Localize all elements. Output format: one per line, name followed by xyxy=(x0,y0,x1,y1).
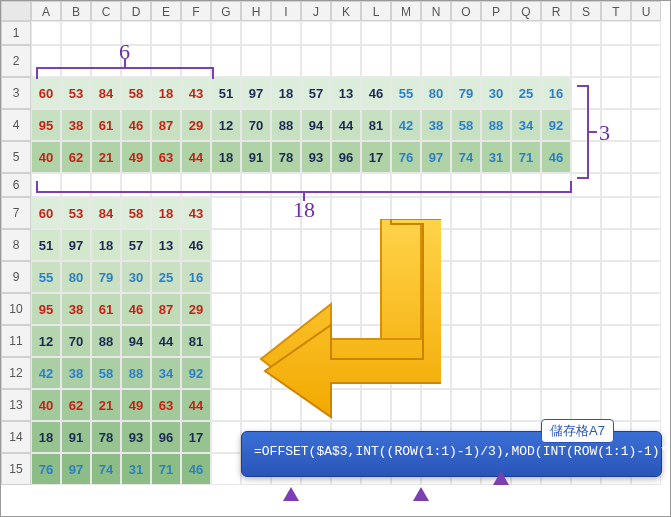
cell[interactable]: 61 xyxy=(91,109,121,141)
cell[interactable] xyxy=(271,357,301,389)
cell[interactable] xyxy=(391,293,421,325)
cell[interactable] xyxy=(331,389,361,421)
cell[interactable] xyxy=(571,325,601,357)
col-header[interactable]: P xyxy=(481,1,511,21)
cell[interactable] xyxy=(511,293,541,325)
col-header[interactable]: U xyxy=(631,1,661,21)
cell[interactable] xyxy=(421,325,451,357)
cell[interactable] xyxy=(241,357,271,389)
col-header[interactable]: B xyxy=(61,1,91,21)
cell[interactable] xyxy=(331,21,361,45)
cell[interactable] xyxy=(421,293,451,325)
cell[interactable] xyxy=(421,45,451,77)
cell[interactable] xyxy=(421,389,451,421)
cell[interactable] xyxy=(541,261,571,293)
cell[interactable] xyxy=(541,197,571,229)
cell[interactable] xyxy=(211,389,241,421)
cell[interactable]: 46 xyxy=(541,141,571,173)
cell[interactable] xyxy=(451,197,481,229)
cell[interactable] xyxy=(211,21,241,45)
cell[interactable]: 74 xyxy=(451,141,481,173)
cell[interactable]: 92 xyxy=(541,109,571,141)
cell[interactable] xyxy=(241,229,271,261)
cell[interactable]: 78 xyxy=(91,421,121,453)
cell[interactable] xyxy=(631,357,661,389)
cell[interactable]: 76 xyxy=(391,141,421,173)
cell[interactable]: 71 xyxy=(511,141,541,173)
cell[interactable] xyxy=(241,325,271,357)
row-header[interactable]: 4 xyxy=(1,109,31,141)
cell[interactable] xyxy=(511,45,541,77)
col-header[interactable]: C xyxy=(91,1,121,21)
cell[interactable] xyxy=(451,45,481,77)
cell[interactable]: 94 xyxy=(301,109,331,141)
cell[interactable]: 63 xyxy=(151,389,181,421)
cell[interactable] xyxy=(331,357,361,389)
cell[interactable] xyxy=(631,293,661,325)
cell[interactable] xyxy=(631,389,661,421)
cell[interactable]: 97 xyxy=(61,453,91,485)
cell[interactable]: 38 xyxy=(61,293,91,325)
cell[interactable] xyxy=(481,293,511,325)
cell[interactable] xyxy=(271,389,301,421)
cell[interactable] xyxy=(421,21,451,45)
cell[interactable] xyxy=(391,197,421,229)
cell[interactable]: 60 xyxy=(31,77,61,109)
cell[interactable]: 51 xyxy=(211,77,241,109)
cell[interactable] xyxy=(211,45,241,77)
cell[interactable] xyxy=(331,261,361,293)
cell[interactable] xyxy=(541,389,571,421)
row-header[interactable]: 5 xyxy=(1,141,31,173)
cell[interactable]: 18 xyxy=(151,77,181,109)
cell[interactable] xyxy=(451,389,481,421)
cell[interactable] xyxy=(211,357,241,389)
cell[interactable]: 53 xyxy=(61,197,91,229)
cell[interactable]: 25 xyxy=(151,261,181,293)
cell[interactable]: 61 xyxy=(91,293,121,325)
cell[interactable] xyxy=(241,261,271,293)
cell[interactable] xyxy=(601,21,631,45)
col-header[interactable]: L xyxy=(361,1,391,21)
cell[interactable]: 16 xyxy=(541,77,571,109)
cell[interactable]: 12 xyxy=(211,109,241,141)
cell[interactable]: 29 xyxy=(181,293,211,325)
cell[interactable] xyxy=(571,293,601,325)
cell[interactable] xyxy=(31,21,61,45)
cell[interactable] xyxy=(631,261,661,293)
cell[interactable]: 88 xyxy=(121,357,151,389)
cell[interactable] xyxy=(61,21,91,45)
cell[interactable] xyxy=(361,21,391,45)
cell[interactable] xyxy=(631,109,661,141)
cell[interactable]: 13 xyxy=(151,229,181,261)
cell[interactable] xyxy=(481,357,511,389)
cell[interactable]: 88 xyxy=(481,109,511,141)
cell[interactable] xyxy=(601,261,631,293)
col-header[interactable]: M xyxy=(391,1,421,21)
cell[interactable] xyxy=(361,357,391,389)
cell[interactable] xyxy=(571,357,601,389)
cell[interactable] xyxy=(601,77,631,109)
cell[interactable] xyxy=(601,229,631,261)
row-header[interactable]: 12 xyxy=(1,357,31,389)
col-header[interactable]: A xyxy=(31,1,61,21)
cell[interactable] xyxy=(631,325,661,357)
col-header[interactable]: T xyxy=(601,1,631,21)
cell[interactable] xyxy=(481,229,511,261)
spreadsheet-grid[interactable]: 1236053845818435197185713465580793025164… xyxy=(1,21,670,485)
cell[interactable] xyxy=(601,45,631,77)
cell[interactable] xyxy=(301,293,331,325)
cell[interactable] xyxy=(391,389,421,421)
cell[interactable]: 46 xyxy=(121,293,151,325)
cell[interactable]: 93 xyxy=(301,141,331,173)
cell[interactable] xyxy=(241,45,271,77)
cell[interactable] xyxy=(211,197,241,229)
col-header[interactable]: J xyxy=(301,1,331,21)
cell[interactable]: 80 xyxy=(61,261,91,293)
cell[interactable]: 21 xyxy=(91,141,121,173)
cell[interactable]: 91 xyxy=(241,141,271,173)
cell[interactable] xyxy=(391,261,421,293)
cell[interactable]: 94 xyxy=(121,325,151,357)
cell[interactable]: 62 xyxy=(61,141,91,173)
cell[interactable] xyxy=(151,21,181,45)
cell[interactable] xyxy=(481,325,511,357)
